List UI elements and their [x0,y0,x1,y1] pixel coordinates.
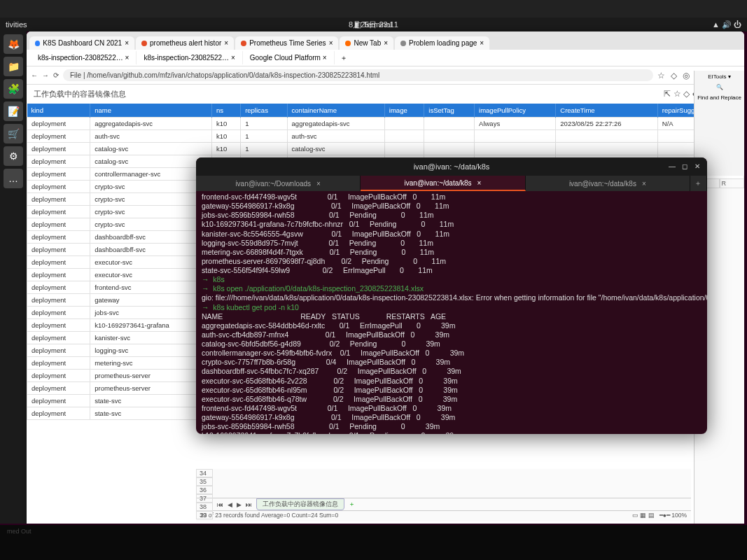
url-field[interactable]: File | /home/ivan/github.com/mfz/ivan/ch… [63,69,653,81]
firefox-tab-strip: K8S Dashboard CN 2021 ×prometheus alert … [27,31,744,50]
dock-app[interactable]: 🦊 [4,34,23,54]
window-max-icon[interactable]: ◻ [680,162,689,171]
close-tab-icon[interactable]: × [323,54,327,62]
column-header[interactable]: name [90,104,212,118]
close-tab-icon[interactable]: × [329,39,333,47]
close-tab-icon[interactable]: × [480,39,484,47]
new-terminal-tab-icon[interactable]: ＋ [690,176,707,191]
activities-label[interactable]: tivities [6,20,27,29]
browser-tab[interactable]: Problem loading page × [395,36,489,50]
gnome-top-bar: tivities ◧ Terminal 8月25日 23:11 ▲ 🔊 ⏻ [0,18,747,31]
status-left: 23 of 23 records found Average=0 Count=2… [200,512,338,521]
close-tab-icon[interactable]: × [384,39,388,47]
terminal-window[interactable]: ivan@ivan: ~/data/k8s — ◻ ✕ ivan@ivan:~/… [196,158,707,434]
browser-tab[interactable]: New Tab × [340,36,393,50]
close-tab-icon[interactable]: × [125,39,129,47]
browser-subtab[interactable]: Google Cloud Platform × [243,51,335,64]
browser-subtab[interactable]: k8s-inspection-23082522… × [31,51,137,64]
sheet-tabs: ⏮ ◀ ▶ ⏭ 工作负载中的容器镜像信息 ＋ [196,498,691,510]
dock-app[interactable]: … [4,169,23,188]
column-header[interactable]: replicas [241,104,287,118]
reload-icon[interactable]: ⟳ [53,71,59,79]
column-header[interactable]: kind [27,104,90,118]
terminal-tab[interactable]: ivan@ivan:~/Downloads × [196,176,361,191]
window-close-icon[interactable]: ✕ [693,162,701,171]
dock-app[interactable]: ⚙ [4,146,23,166]
close-tab-icon[interactable]: × [477,179,482,187]
dock-app[interactable]: 🛒 [4,124,23,144]
eitools-button[interactable]: EITools ▾ [708,74,730,80]
sheet-nav-icon[interactable]: ⏭ [246,501,252,508]
ubuntu-dock: 🦊📁🧩📝🛒⚙… [0,31,27,524]
terminal-output[interactable]: frontend-svc-fd447498-wgv5t 0/1 ImagePul… [196,191,707,434]
column-header[interactable]: CreateTime [556,104,657,118]
dock-app[interactable]: 🧩 [4,79,23,99]
close-tab-icon[interactable]: × [125,54,130,62]
column-header[interactable]: ns [212,104,241,118]
column-header[interactable]: image [384,104,424,118]
browser-subtab[interactable]: k8s-inspection-23082522… × [137,51,242,64]
window-min-icon[interactable]: — [668,162,676,171]
table-row: deploymentauth-svck101auth-svc [27,130,744,143]
browser-tab[interactable]: prometheus alert histor × [136,36,234,50]
sheet-tab[interactable]: 工作负载中的容器镜像信息 [256,498,344,510]
browser-tab[interactable]: K8S Dashboard CN 2021 × [29,36,134,50]
close-tab-icon[interactable]: × [224,39,228,47]
dock-app[interactable]: 📝 [4,102,23,121]
row-header[interactable]: 35 [196,477,213,486]
toolbar-icon[interactable]: ◎ [683,71,690,80]
row-header[interactable]: 34 [196,469,213,477]
terminal-tab[interactable]: ivan@ivan:~/data/k8s × [526,176,690,191]
toolbar-icon[interactable]: ☆ [657,71,665,80]
toolbar-icon[interactable]: ◇ [671,71,677,80]
firefox-secondary-tabs: k8s-inspection-23082522… ×k8s-inspection… [27,50,744,66]
close-tab-icon[interactable]: × [642,180,646,188]
row-header[interactable]: 37 [196,494,213,503]
terminal-tab[interactable]: ivan@ivan:~/data/k8s × [361,176,525,191]
terminal-tabs: ivan@ivan:~/Downloads ×ivan@ivan:~/data/… [196,176,707,191]
row-header[interactable]: 38 [196,503,213,511]
zoom-level[interactable]: ▭ ▦ ▤ ━●━ 100% [632,512,687,521]
new-tab-icon[interactable]: ＋ [335,50,353,66]
calc-bottom: 343536373839 ⏮ ◀ ▶ ⏭ 工作负载中的容器镜像信息 ＋ 23 o… [196,469,691,522]
find-replace-button[interactable]: Find and Replace [697,94,741,101]
close-tab-icon[interactable]: × [231,54,235,62]
table-row: deploymentcatalog-svck101catalog-svc [27,143,744,155]
row-header[interactable]: 39 [196,511,213,519]
monitor-bezel: med Out [0,525,747,560]
dock-app[interactable]: 📁 [4,57,23,76]
sheet-nav-icon[interactable]: ◀ [228,501,232,508]
column-header[interactable]: imagePullPolicy [475,104,556,118]
firefox-toolbar: ← → ⟳ File | /home/ivan/github.com/mfz/i… [27,66,744,85]
close-tab-icon[interactable]: × [316,180,321,188]
column-header[interactable]: containerName [287,104,384,118]
sheet-nav-icon[interactable]: ▶ [237,501,242,508]
col-header[interactable]: R [720,178,745,188]
page-heading: 工作负载中的容器镜像信息 [34,89,126,99]
nav-back-icon[interactable]: ← [31,71,38,79]
column-header[interactable]: isSetTag [424,104,475,118]
system-tray[interactable]: ▲ 🔊 ⏻ [712,20,741,29]
clock[interactable]: 8月25日 23:11 [349,20,398,30]
row-header[interactable]: 36 [196,486,213,494]
browser-tab[interactable]: Prometheus Time Series × [235,36,338,50]
table-row: deploymentaggregatedapis-svck101aggregat… [27,118,744,130]
nav-fwd-icon[interactable]: → [42,71,49,79]
add-sheet-icon[interactable]: ＋ [349,500,355,509]
terminal-titlebar: ivan@ivan: ~/data/k8s — ◻ ✕ [196,158,707,176]
sheet-nav-icon[interactable]: ⏮ [217,501,223,508]
